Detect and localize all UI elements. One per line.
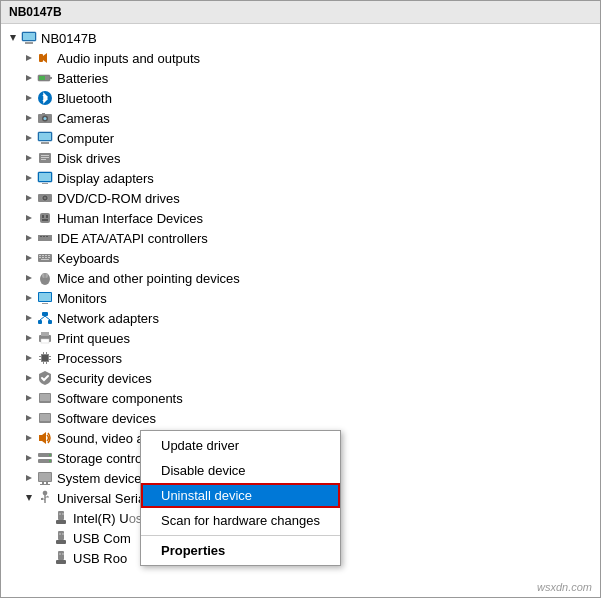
expand-icon-softcomp[interactable] (21, 390, 37, 406)
tree-label-sysdev: System devices (57, 471, 148, 486)
expand-icon-sysdev[interactable] (21, 470, 37, 486)
svg-rect-10 (39, 76, 45, 80)
svg-rect-117 (59, 513, 61, 515)
svg-rect-88 (40, 394, 50, 401)
expand-icon-print[interactable] (21, 330, 37, 346)
usb-device-icon (53, 530, 69, 546)
context-menu-item-scan-changes[interactable]: Scan for hardware changes (141, 508, 340, 533)
processor-icon (37, 350, 53, 366)
expand-icon-computer[interactable] (21, 130, 37, 146)
tree-item-softcomp[interactable]: Software components (1, 388, 600, 408)
expand-icon-display[interactable] (21, 170, 37, 186)
svg-rect-95 (39, 435, 42, 441)
svg-line-69 (45, 316, 50, 320)
expand-icon-monitors[interactable] (21, 290, 37, 306)
svg-point-16 (44, 117, 47, 120)
tree-item-computer[interactable]: Computer (1, 128, 600, 148)
tree-item-disk[interactable]: Disk drives (1, 148, 600, 168)
expand-icon-security[interactable] (21, 370, 37, 386)
expand-icon-keyboards[interactable] (21, 250, 37, 266)
svg-point-34 (44, 197, 46, 199)
svg-rect-116 (56, 520, 66, 524)
expand-icon-disk[interactable] (21, 150, 37, 166)
svg-rect-3 (23, 33, 35, 40)
tree-label-computer: Computer (57, 131, 114, 146)
svg-rect-42 (40, 236, 42, 237)
expand-icon-audio[interactable] (21, 50, 37, 66)
expand-icon-mice[interactable] (21, 270, 37, 286)
software-icon (37, 410, 53, 426)
tree-item-softdev[interactable]: Software devices (1, 408, 600, 428)
svg-rect-81 (43, 352, 44, 354)
tree-label-monitors: Monitors (57, 291, 107, 306)
svg-rect-37 (42, 215, 44, 218)
tree-label-nb0147b: NB0147B (41, 31, 97, 46)
tree-item-display[interactable]: Display adapters (1, 168, 600, 188)
svg-rect-54 (48, 257, 50, 258)
expand-icon-sound[interactable] (21, 430, 37, 446)
expand-icon-hid[interactable] (21, 210, 37, 226)
svg-rect-93 (42, 422, 48, 423)
svg-marker-90 (26, 415, 32, 421)
tree-item-bluetooth[interactable]: Bluetooth (1, 88, 600, 108)
svg-marker-31 (26, 195, 32, 201)
svg-rect-20 (41, 142, 49, 144)
tree-item-ide[interactable]: IDE ATA/ATAPI controllers (1, 228, 600, 248)
tree-item-monitors[interactable]: Monitors (1, 288, 600, 308)
expand-icon-processors[interactable] (21, 350, 37, 366)
tree-item-batteries[interactable]: Batteries (1, 68, 600, 88)
svg-rect-41 (38, 235, 52, 241)
expand-icon-usb[interactable] (21, 490, 37, 506)
svg-rect-47 (39, 255, 41, 256)
expand-icon-cameras[interactable] (21, 110, 37, 126)
expand-icon-usb-root[interactable] (37, 550, 53, 566)
svg-marker-86 (26, 395, 32, 401)
tree-item-nb0147b[interactable]: NB0147B (1, 28, 600, 48)
expand-icon-dvd[interactable] (21, 190, 37, 206)
tree-item-audio[interactable]: Audio inputs and outputs (1, 48, 600, 68)
svg-rect-106 (46, 482, 48, 484)
svg-rect-63 (42, 303, 48, 304)
disk-icon (37, 150, 53, 166)
expand-icon-network[interactable] (21, 310, 37, 326)
tree-item-keyboards[interactable]: Keyboards (1, 248, 600, 268)
expand-icon-storage[interactable] (21, 450, 37, 466)
expand-icon-nb0147b[interactable] (5, 30, 21, 46)
svg-rect-51 (39, 257, 41, 258)
tree-item-dvd[interactable]: DVD/CD-ROM drives (1, 188, 600, 208)
context-menu-item-properties[interactable]: Properties (141, 538, 340, 563)
svg-rect-50 (48, 255, 50, 256)
svg-rect-82 (46, 352, 47, 354)
tree-item-print[interactable]: Print queues (1, 328, 600, 348)
svg-rect-79 (49, 356, 51, 357)
svg-rect-92 (40, 414, 50, 421)
svg-rect-44 (46, 236, 48, 237)
svg-rect-43 (43, 236, 45, 237)
tree-item-mice[interactable]: Mice and other pointing devices (1, 268, 600, 288)
context-menu-item-disable-device[interactable]: Disable device (141, 458, 340, 483)
svg-rect-76 (42, 355, 48, 361)
audio-icon (37, 50, 53, 66)
expand-icon-intel-usb[interactable] (37, 510, 53, 526)
svg-marker-97 (26, 455, 32, 461)
tree-item-network[interactable]: Network adapters (1, 308, 600, 328)
expand-icon-usb-comp[interactable] (37, 530, 53, 546)
tree-label-keyboards: Keyboards (57, 251, 119, 266)
context-menu-item-update-driver[interactable]: Update driver (141, 433, 340, 458)
expand-icon-ide[interactable] (21, 230, 37, 246)
svg-marker-0 (10, 35, 16, 41)
tree-item-processors[interactable]: Processors (1, 348, 600, 368)
tree-item-hid[interactable]: Human Interface Devices (1, 208, 600, 228)
expand-icon-bluetooth[interactable] (21, 90, 37, 106)
usb-icon (37, 490, 53, 506)
context-menu-item-uninstall-device[interactable]: Uninstall device (141, 483, 340, 508)
svg-rect-52 (42, 257, 44, 258)
tree-label-print: Print queues (57, 331, 130, 346)
expand-icon-batteries[interactable] (21, 70, 37, 86)
svg-rect-80 (49, 359, 51, 360)
tree-item-security[interactable]: Security devices (1, 368, 600, 388)
expand-icon-softdev[interactable] (21, 410, 37, 426)
svg-rect-66 (38, 320, 42, 324)
tree-item-cameras[interactable]: Cameras (1, 108, 600, 128)
title-bar: NB0147B (1, 1, 600, 24)
